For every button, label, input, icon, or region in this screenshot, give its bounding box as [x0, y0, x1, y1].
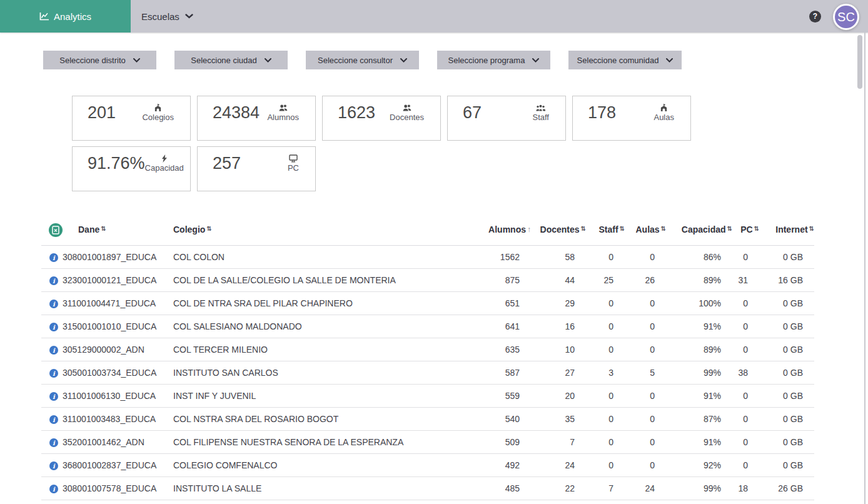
cell-aulas: 0	[625, 315, 666, 338]
cell-info: i	[41, 408, 63, 431]
cell-colegio: INSTITUTO SAN CARLOS	[173, 361, 487, 385]
cell-staff: 0	[586, 338, 625, 361]
cell-capacidad: 86%	[666, 246, 732, 269]
cell-pc: 0	[732, 338, 759, 361]
stats-section: 201 Colegios 24384 Alumnos 1623	[72, 96, 868, 191]
nav-escuelas-label: Escuelas	[141, 11, 179, 22]
tab-analytics[interactable]: Analytics	[0, 0, 131, 33]
info-icon[interactable]: i	[49, 323, 58, 331]
filter-distrito[interactable]: Seleccione distrito	[43, 51, 156, 69]
info-icon[interactable]: i	[49, 369, 58, 378]
stat-label: Colegios	[142, 113, 174, 122]
cell-dane: 308001007578_EDUCA	[63, 477, 173, 500]
cell-pc: 0	[732, 385, 759, 408]
cell-info: i	[41, 269, 63, 292]
info-icon[interactable]: i	[49, 438, 58, 447]
cell-colegio: COL COLON	[173, 246, 487, 269]
stat-meta: Colegios	[142, 104, 174, 122]
staff-group-icon	[536, 104, 545, 112]
scrollbar-track[interactable]	[864, 33, 865, 504]
stats-row-2: 91.76% Capacidad 257 PC	[72, 146, 868, 191]
stat-card-pc: 257 PC	[197, 146, 316, 191]
info-icon[interactable]: i	[49, 276, 58, 285]
info-icon[interactable]: i	[49, 300, 58, 308]
topbar: Analytics Escuelas ? SC	[0, 0, 868, 33]
cell-pc: 38	[732, 361, 759, 385]
header-label: PC	[740, 224, 752, 234]
stat-card-aulas: 178 Aulas	[572, 96, 691, 141]
header-internet[interactable]: Internet⇅	[759, 215, 814, 246]
sort-icon: ⇅	[101, 225, 106, 232]
cell-pc: 31	[732, 269, 759, 292]
header-label: Staff	[598, 224, 618, 234]
cell-docentes: 7	[531, 431, 586, 454]
cell-info: i	[41, 477, 63, 500]
cell-aulas: 0	[625, 454, 666, 477]
school-icon	[660, 104, 668, 112]
cell-pc: 0	[732, 246, 759, 269]
info-icon[interactable]: i	[49, 461, 58, 470]
filter-comunidad[interactable]: Seleccione comunidad	[568, 51, 682, 69]
cell-info: i	[41, 292, 63, 315]
excel-export-button[interactable]	[49, 223, 63, 237]
header-dane[interactable]: Dane⇅	[63, 215, 173, 246]
cell-info: i	[41, 315, 63, 338]
filter-programa[interactable]: Seleccione programa	[437, 51, 550, 69]
header-aulas[interactable]: Aulas⇅	[625, 215, 666, 246]
cell-colegio: COL FILIPENSE NUESTRA SENORA DE LA ESPER…	[173, 431, 487, 454]
cell-aulas: 26	[625, 269, 666, 292]
chevron-down-icon	[666, 58, 673, 63]
cell-colegio: COL DE LA SALLE/COLEGIO LA SALLE DE MONT…	[173, 269, 487, 292]
header-pc[interactable]: PC⇅	[732, 215, 759, 246]
header-label: Internet	[775, 224, 807, 234]
nav-escuelas-dropdown[interactable]: Escuelas	[141, 11, 193, 22]
cell-internet: 0 GB	[759, 315, 814, 338]
cell-pc: 0	[732, 315, 759, 338]
cell-colegio: COLEGIO COMFENALCO	[173, 454, 487, 477]
info-icon[interactable]: i	[49, 253, 58, 262]
cell-info: i	[41, 385, 63, 408]
stat-value: 91.76%	[88, 154, 145, 173]
header-colegio[interactable]: Colegio⇅	[173, 215, 487, 246]
chevron-down-icon	[532, 58, 539, 63]
cell-capacidad: 91%	[666, 385, 732, 408]
table-row: i 308001007578_EDUCA INSTITUTO LA SALLE …	[41, 477, 814, 500]
header-alumnos[interactable]: Alumnos↑	[487, 215, 531, 246]
sort-icon: ⇅	[754, 225, 759, 232]
info-icon[interactable]: i	[49, 415, 58, 424]
avatar[interactable]: SC	[833, 4, 859, 30]
cell-dane: 315001001010_EDUCA	[63, 315, 173, 338]
sort-icon: ⇅	[206, 225, 211, 232]
sort-icon: ⇅	[661, 225, 666, 232]
help-button[interactable]: ?	[809, 11, 821, 23]
table-row: i 323001000121_EDUCA COL DE LA SALLE/COL…	[41, 269, 814, 292]
filter-consultor[interactable]: Seleccione consultor	[306, 51, 419, 69]
stat-card-colegios: 201 Colegios	[72, 96, 191, 141]
table-body: i 308001001897_EDUCA COL COLON 1562 58 0…	[41, 246, 814, 500]
cell-colegio: INSTITUTO LA SALLE	[173, 477, 487, 500]
schools-table: Dane⇅ Colegio⇅ Alumnos↑ Docentes⇅ Staff⇅…	[41, 215, 814, 500]
info-icon[interactable]: i	[49, 346, 58, 355]
filter-comunidad-label: Seleccione comunidad	[577, 56, 659, 65]
table-row: i 305001003734_EDUCA INSTITUTO SAN CARLO…	[41, 361, 814, 385]
cell-info: i	[41, 454, 63, 477]
header-label: Colegio	[173, 224, 205, 234]
filter-consultor-label: Seleccione consultor	[318, 56, 393, 65]
cell-internet: 0 GB	[759, 246, 814, 269]
stat-value: 257	[213, 154, 241, 173]
cell-dane: 311001003483_EDUCA	[63, 408, 173, 431]
cell-staff: 0	[586, 431, 625, 454]
header-staff[interactable]: Staff⇅	[586, 215, 625, 246]
scrollbar-thumb[interactable]	[857, 35, 862, 89]
header-label: Aulas	[635, 224, 659, 234]
filter-ciudad[interactable]: Seleccione ciudad	[174, 51, 288, 69]
header-docentes[interactable]: Docentes⇅	[531, 215, 586, 246]
header-capacidad[interactable]: Capacidad⇅	[666, 215, 732, 246]
stat-card-docentes: 1623 Docentes	[322, 96, 441, 141]
cell-capacidad: 87%	[666, 408, 732, 431]
info-icon[interactable]: i	[49, 485, 58, 493]
cell-info: i	[41, 246, 63, 269]
info-icon[interactable]: i	[49, 392, 58, 401]
cell-alumnos: 635	[487, 338, 531, 361]
cell-docentes: 22	[531, 477, 586, 500]
